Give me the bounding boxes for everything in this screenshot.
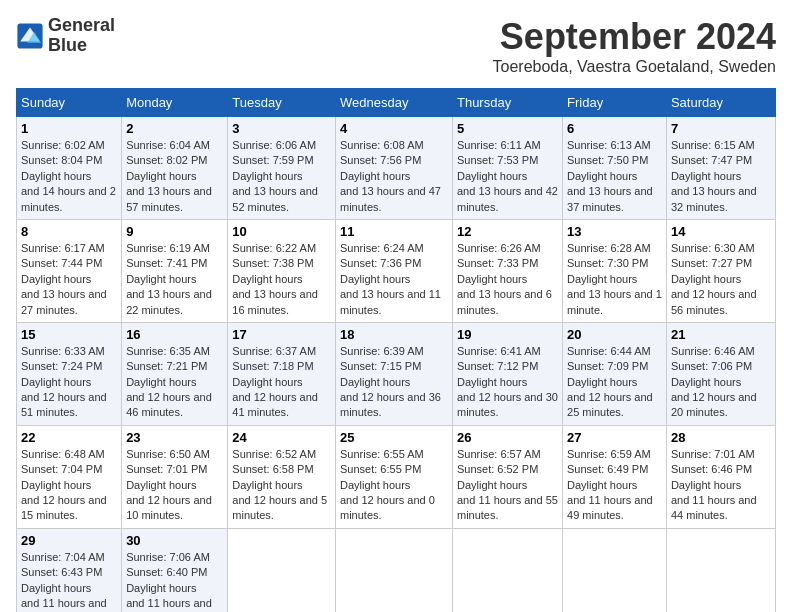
sunrise-label: Sunrise: 6:50 AM bbox=[126, 448, 210, 460]
day-cell: 11 Sunrise: 6:24 AM Sunset: 7:36 PM Dayl… bbox=[336, 219, 453, 322]
day-data: Sunrise: 6:17 AM Sunset: 7:44 PM Dayligh… bbox=[21, 241, 117, 318]
daylight-duration: and 13 hours and 37 minutes. bbox=[567, 185, 653, 212]
daylight-duration: and 13 hours and 47 minutes. bbox=[340, 185, 441, 212]
day-number: 6 bbox=[567, 121, 662, 136]
day-data: Sunrise: 6:50 AM Sunset: 7:01 PM Dayligh… bbox=[126, 447, 223, 524]
sunrise-label: Sunrise: 6:28 AM bbox=[567, 242, 651, 254]
day-cell: 10 Sunrise: 6:22 AM Sunset: 7:38 PM Dayl… bbox=[228, 219, 336, 322]
sunset-label: Sunset: 6:40 PM bbox=[126, 566, 207, 578]
day-cell: 13 Sunrise: 6:28 AM Sunset: 7:30 PM Dayl… bbox=[563, 219, 667, 322]
day-data: Sunrise: 6:11 AM Sunset: 7:53 PM Dayligh… bbox=[457, 138, 558, 215]
sunset-label: Sunset: 7:06 PM bbox=[671, 360, 752, 372]
day-cell: 17 Sunrise: 6:37 AM Sunset: 7:18 PM Dayl… bbox=[228, 322, 336, 425]
day-data: Sunrise: 6:24 AM Sunset: 7:36 PM Dayligh… bbox=[340, 241, 448, 318]
daylight-label: Daylight hours bbox=[457, 479, 527, 491]
sunrise-label: Sunrise: 6:48 AM bbox=[21, 448, 105, 460]
sunrise-label: Sunrise: 6:52 AM bbox=[232, 448, 316, 460]
sunset-label: Sunset: 7:18 PM bbox=[232, 360, 313, 372]
sunset-label: Sunset: 7:56 PM bbox=[340, 154, 421, 166]
day-number: 27 bbox=[567, 430, 662, 445]
day-cell bbox=[666, 528, 775, 612]
day-data: Sunrise: 6:02 AM Sunset: 8:04 PM Dayligh… bbox=[21, 138, 117, 215]
day-data: Sunrise: 6:57 AM Sunset: 6:52 PM Dayligh… bbox=[457, 447, 558, 524]
daylight-label: Daylight hours bbox=[21, 376, 91, 388]
day-cell: 22 Sunrise: 6:48 AM Sunset: 7:04 PM Dayl… bbox=[17, 425, 122, 528]
sunrise-label: Sunrise: 6:15 AM bbox=[671, 139, 755, 151]
logo-line2: Blue bbox=[48, 36, 115, 56]
daylight-duration: and 14 hours and 2 minutes. bbox=[21, 185, 116, 212]
day-number: 10 bbox=[232, 224, 331, 239]
day-cell bbox=[452, 528, 562, 612]
day-number: 14 bbox=[671, 224, 771, 239]
daylight-label: Daylight hours bbox=[21, 273, 91, 285]
sunset-label: Sunset: 7:15 PM bbox=[340, 360, 421, 372]
daylight-duration: and 12 hours and 36 minutes. bbox=[340, 391, 441, 418]
sunrise-label: Sunrise: 6:19 AM bbox=[126, 242, 210, 254]
daylight-label: Daylight hours bbox=[567, 273, 637, 285]
daylight-duration: and 12 hours and 56 minutes. bbox=[671, 288, 757, 315]
day-cell: 23 Sunrise: 6:50 AM Sunset: 7:01 PM Dayl… bbox=[122, 425, 228, 528]
daylight-label: Daylight hours bbox=[126, 582, 196, 594]
week-row-1: 1 Sunrise: 6:02 AM Sunset: 8:04 PM Dayli… bbox=[17, 117, 776, 220]
header-row: SundayMondayTuesdayWednesdayThursdayFrid… bbox=[17, 89, 776, 117]
sunrise-label: Sunrise: 7:06 AM bbox=[126, 551, 210, 563]
sunrise-label: Sunrise: 6:26 AM bbox=[457, 242, 541, 254]
day-cell: 6 Sunrise: 6:13 AM Sunset: 7:50 PM Dayli… bbox=[563, 117, 667, 220]
day-data: Sunrise: 6:04 AM Sunset: 8:02 PM Dayligh… bbox=[126, 138, 223, 215]
day-cell: 14 Sunrise: 6:30 AM Sunset: 7:27 PM Dayl… bbox=[666, 219, 775, 322]
sunset-label: Sunset: 7:30 PM bbox=[567, 257, 648, 269]
day-data: Sunrise: 6:19 AM Sunset: 7:41 PM Dayligh… bbox=[126, 241, 223, 318]
day-number: 22 bbox=[21, 430, 117, 445]
sunset-label: Sunset: 6:52 PM bbox=[457, 463, 538, 475]
daylight-duration: and 11 hours and 49 minutes. bbox=[567, 494, 653, 521]
daylight-label: Daylight hours bbox=[21, 479, 91, 491]
daylight-duration: and 11 hours and 39 minutes. bbox=[21, 597, 107, 612]
daylight-label: Daylight hours bbox=[340, 479, 410, 491]
daylight-label: Daylight hours bbox=[567, 479, 637, 491]
day-data: Sunrise: 7:06 AM Sunset: 6:40 PM Dayligh… bbox=[126, 550, 223, 612]
day-data: Sunrise: 6:39 AM Sunset: 7:15 PM Dayligh… bbox=[340, 344, 448, 421]
sunset-label: Sunset: 7:27 PM bbox=[671, 257, 752, 269]
day-data: Sunrise: 7:04 AM Sunset: 6:43 PM Dayligh… bbox=[21, 550, 117, 612]
day-cell: 15 Sunrise: 6:33 AM Sunset: 7:24 PM Dayl… bbox=[17, 322, 122, 425]
day-cell: 29 Sunrise: 7:04 AM Sunset: 6:43 PM Dayl… bbox=[17, 528, 122, 612]
daylight-label: Daylight hours bbox=[457, 376, 527, 388]
calendar-title: September 2024 bbox=[493, 16, 776, 58]
sunrise-label: Sunrise: 6:41 AM bbox=[457, 345, 541, 357]
day-header-thursday: Thursday bbox=[452, 89, 562, 117]
day-data: Sunrise: 6:37 AM Sunset: 7:18 PM Dayligh… bbox=[232, 344, 331, 421]
sunset-label: Sunset: 7:38 PM bbox=[232, 257, 313, 269]
daylight-duration: and 11 hours and 55 minutes. bbox=[457, 494, 558, 521]
day-number: 5 bbox=[457, 121, 558, 136]
daylight-label: Daylight hours bbox=[232, 170, 302, 182]
day-cell: 3 Sunrise: 6:06 AM Sunset: 7:59 PM Dayli… bbox=[228, 117, 336, 220]
day-data: Sunrise: 6:13 AM Sunset: 7:50 PM Dayligh… bbox=[567, 138, 662, 215]
day-data: Sunrise: 6:35 AM Sunset: 7:21 PM Dayligh… bbox=[126, 344, 223, 421]
daylight-label: Daylight hours bbox=[232, 273, 302, 285]
daylight-label: Daylight hours bbox=[457, 170, 527, 182]
daylight-duration: and 13 hours and 1 minute. bbox=[567, 288, 662, 315]
sunset-label: Sunset: 7:24 PM bbox=[21, 360, 102, 372]
day-cell: 19 Sunrise: 6:41 AM Sunset: 7:12 PM Dayl… bbox=[452, 322, 562, 425]
daylight-duration: and 11 hours and 44 minutes. bbox=[671, 494, 757, 521]
sunset-label: Sunset: 7:09 PM bbox=[567, 360, 648, 372]
day-header-sunday: Sunday bbox=[17, 89, 122, 117]
day-number: 20 bbox=[567, 327, 662, 342]
daylight-duration: and 13 hours and 27 minutes. bbox=[21, 288, 107, 315]
day-number: 4 bbox=[340, 121, 448, 136]
day-number: 26 bbox=[457, 430, 558, 445]
sunset-label: Sunset: 6:46 PM bbox=[671, 463, 752, 475]
sunrise-label: Sunrise: 6:22 AM bbox=[232, 242, 316, 254]
day-number: 7 bbox=[671, 121, 771, 136]
day-cell: 25 Sunrise: 6:55 AM Sunset: 6:55 PM Dayl… bbox=[336, 425, 453, 528]
day-cell: 27 Sunrise: 6:59 AM Sunset: 6:49 PM Dayl… bbox=[563, 425, 667, 528]
daylight-label: Daylight hours bbox=[126, 273, 196, 285]
day-number: 25 bbox=[340, 430, 448, 445]
day-cell: 12 Sunrise: 6:26 AM Sunset: 7:33 PM Dayl… bbox=[452, 219, 562, 322]
sunset-label: Sunset: 7:12 PM bbox=[457, 360, 538, 372]
day-cell: 21 Sunrise: 6:46 AM Sunset: 7:06 PM Dayl… bbox=[666, 322, 775, 425]
day-data: Sunrise: 7:01 AM Sunset: 6:46 PM Dayligh… bbox=[671, 447, 771, 524]
sunrise-label: Sunrise: 6:11 AM bbox=[457, 139, 541, 151]
daylight-duration: and 12 hours and 15 minutes. bbox=[21, 494, 107, 521]
sunset-label: Sunset: 7:36 PM bbox=[340, 257, 421, 269]
